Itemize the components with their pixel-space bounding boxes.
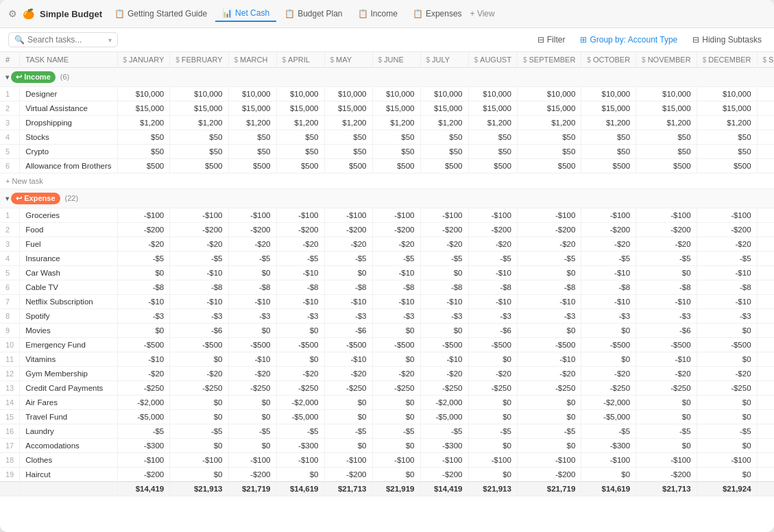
cell-value[interactable]: -$200 [324,468,372,482]
cell-value[interactable]: $50 [517,145,581,159]
cell-value[interactable]: $0 [517,396,581,410]
cell-value[interactable]: -$3 [324,309,372,324]
cell-value[interactable]: -$20 [170,237,228,252]
cell-value[interactable]: $10,000 [276,87,324,101]
cell-value[interactable]: -$20 [324,367,372,381]
collapse-expense-icon[interactable]: ▾ [5,195,9,202]
row-task-name[interactable]: Cable TV [20,280,117,295]
row-task-name[interactable]: Clothes [20,453,117,468]
cell-value[interactable]: -$10 [517,295,581,309]
cell-value[interactable]: -$200 [517,468,581,482]
cell-value[interactable]: -$60 [757,252,774,266]
cell-value[interactable]: $500 [276,159,324,173]
cell-value[interactable]: -$10 [228,295,276,309]
cell-value[interactable]: $0 [228,324,276,338]
cell-value[interactable]: $15,000 [117,101,170,116]
cell-value[interactable]: $0 [170,468,228,482]
cell-value[interactable]: $15,000 [420,101,468,116]
cell-value[interactable]: $500 [324,159,372,173]
cell-value[interactable]: -$2,400 [757,223,774,237]
row-task-name[interactable]: Car Wash [20,266,117,280]
cell-value[interactable]: -$6 [468,324,517,338]
cell-value[interactable]: -$10 [117,295,170,309]
cell-value[interactable]: $50 [581,130,636,145]
cell-value[interactable]: -$100 [420,208,468,223]
cell-value[interactable]: -$240 [757,237,774,252]
cell-value[interactable]: $0 [697,324,757,338]
cell-value[interactable]: $15,000 [468,101,517,116]
row-task-name[interactable]: Designer [20,87,117,101]
row-task-name[interactable]: Spotify [20,309,117,324]
cell-value[interactable]: $0 [324,410,372,424]
cell-value[interactable]: -$500 [372,338,420,352]
cell-value[interactable]: -$2,000 [581,396,636,410]
cell-value[interactable]: $1,200 [117,116,170,130]
cell-value[interactable]: -$500 [636,338,697,352]
cell-value[interactable]: $1,200 [276,116,324,130]
cell-value[interactable]: -$10 [468,295,517,309]
cell-value[interactable]: $14,400 [757,116,774,130]
cell-value[interactable]: $1,200 [372,116,420,130]
cell-value[interactable]: -$60 [757,266,774,280]
cell-value[interactable]: -$5 [420,424,468,439]
cell-value[interactable]: -$500 [276,338,324,352]
cell-value[interactable]: -$200 [170,223,228,237]
cell-value[interactable]: $50 [517,130,581,145]
cell-value[interactable]: -$200 [228,223,276,237]
search-input[interactable] [27,35,103,45]
row-task-name[interactable]: Laundry [20,424,117,439]
cell-value[interactable]: $15,000 [276,101,324,116]
cell-value[interactable]: -$10 [372,266,420,280]
cell-value[interactable]: -$500 [468,338,517,352]
cell-value[interactable]: -$10 [228,352,276,367]
cell-value[interactable]: -$5,000 [276,410,324,424]
cell-value[interactable]: $50 [372,130,420,145]
row-task-name[interactable]: Allowance from Brothers [20,159,117,173]
cell-value[interactable]: -$10 [170,266,228,280]
cell-value[interactable]: -$5 [117,252,170,266]
cell-value[interactable]: $500 [117,159,170,173]
cell-value[interactable]: $50 [228,130,276,145]
cell-value[interactable]: -$100 [697,208,757,223]
cell-value[interactable]: $50 [581,145,636,159]
cell-value[interactable]: -$3 [517,309,581,324]
cell-value[interactable]: $10,000 [517,87,581,101]
cell-value[interactable]: -$300 [581,439,636,453]
row-task-name[interactable]: Emergency Fund [20,338,117,352]
tab-budget-plan[interactable]: 📋 Budget Plan [278,6,349,21]
cell-value[interactable]: $0 [636,439,697,453]
cell-value[interactable]: -$20 [468,237,517,252]
cell-value[interactable]: -$240 [757,367,774,381]
cell-value[interactable]: -$8 [228,280,276,295]
cell-value[interactable]: -$500 [697,338,757,352]
cell-value[interactable]: $6,000 [757,159,774,173]
cell-value[interactable]: -$100 [636,453,697,468]
cell-value[interactable]: -$500 [228,338,276,352]
cell-value[interactable]: -$250 [697,381,757,396]
cell-value[interactable]: -$200 [420,468,468,482]
cell-value[interactable]: $0 [697,468,757,482]
row-task-name[interactable]: Air Fares [20,396,117,410]
cell-value[interactable]: -$300 [420,439,468,453]
cell-value[interactable]: $0 [324,439,372,453]
cell-value[interactable]: $10,000 [117,87,170,101]
cell-value[interactable]: -$2,000 [420,396,468,410]
cell-value[interactable]: $1,200 [228,116,276,130]
cell-value[interactable]: -$200 [517,223,581,237]
cell-value[interactable]: $50 [276,145,324,159]
cell-value[interactable]: -$100 [581,453,636,468]
row-task-name[interactable]: Vitamins [20,352,117,367]
cell-value[interactable]: -$3 [372,309,420,324]
cell-value[interactable]: $10,000 [636,87,697,101]
cell-value[interactable]: -$100 [324,208,372,223]
cell-value[interactable]: -$100 [170,208,228,223]
cell-value[interactable]: -$250 [372,381,420,396]
cell-value[interactable]: -$60 [757,352,774,367]
cell-value[interactable]: -$5 [697,424,757,439]
cell-value[interactable]: $10,000 [372,87,420,101]
cell-value[interactable]: $50 [697,145,757,159]
cell-value[interactable]: -$10 [697,295,757,309]
cell-value[interactable]: -$100 [276,453,324,468]
cell-value[interactable]: -$100 [228,453,276,468]
cell-value[interactable]: $0 [517,410,581,424]
